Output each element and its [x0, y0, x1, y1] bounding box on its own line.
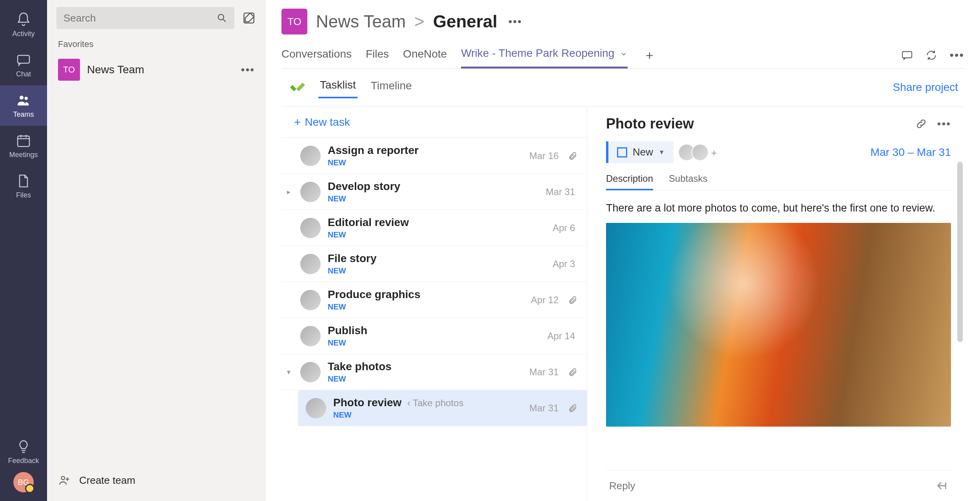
- breadcrumb-team[interactable]: News Team: [316, 12, 406, 31]
- task-date: Apr 3: [553, 259, 575, 269]
- wrike-tab-tasklist[interactable]: Tasklist: [318, 76, 358, 98]
- assignee-avatar: [691, 144, 709, 161]
- refresh-icon[interactable]: [925, 49, 938, 61]
- rail-label: Chat: [16, 70, 31, 78]
- rail-feedback[interactable]: Feedback: [0, 432, 47, 472]
- create-team-label: Create team: [79, 474, 135, 487]
- rail-label: Feedback: [8, 457, 39, 465]
- assignee-avatar: [300, 362, 321, 382]
- task-detail-pane: Photo review ••• New ▼ +: [587, 107, 964, 501]
- expand-caret-icon[interactable]: ▸: [287, 188, 290, 196]
- rail-activity[interactable]: Activity: [0, 5, 47, 45]
- task-item[interactable]: Assign a reporter NEW Mar 16: [281, 138, 587, 174]
- tab-files[interactable]: Files: [366, 43, 389, 67]
- task-date: Apr 14: [547, 331, 575, 342]
- user-avatar[interactable]: BG: [13, 472, 34, 492]
- breadcrumb-channel: General: [433, 12, 497, 31]
- file-icon: [16, 173, 31, 189]
- chevron-down-icon: ▼: [659, 149, 665, 156]
- conversation-icon[interactable]: [901, 49, 913, 61]
- task-status: NEW: [328, 302, 524, 311]
- task-item[interactable]: Produce graphics NEW Apr 12: [281, 282, 587, 318]
- task-item[interactable]: ▸ Develop story NEW Mar 31: [281, 174, 587, 210]
- search-box[interactable]: [56, 7, 234, 29]
- channel-more-icon[interactable]: •••: [508, 15, 522, 28]
- task-item[interactable]: Editorial review NEW Apr 6: [281, 210, 587, 246]
- task-status: NEW: [328, 374, 522, 383]
- search-icon: [216, 13, 227, 24]
- task-date: Mar 31: [529, 403, 559, 414]
- task-status: NEW: [328, 230, 546, 239]
- send-icon[interactable]: [935, 479, 948, 492]
- reply-input[interactable]: [609, 480, 935, 492]
- task-status: NEW: [328, 266, 546, 275]
- team-row[interactable]: TO News Team •••: [56, 55, 256, 85]
- header-badge: TO: [281, 9, 307, 34]
- reply-box[interactable]: [606, 470, 951, 501]
- svg-rect-0: [18, 55, 29, 63]
- main-area: TO News Team > General ••• Conversations…: [266, 0, 980, 501]
- calendar-icon: [16, 133, 31, 148]
- add-tab-button[interactable]: +: [646, 48, 653, 63]
- task-title: Publish: [328, 324, 540, 337]
- assignee-avatar: [300, 218, 321, 238]
- add-assignee-icon[interactable]: +: [711, 147, 722, 158]
- task-title: Assign a reporter: [328, 144, 522, 157]
- detail-more-icon[interactable]: •••: [937, 118, 951, 130]
- status-checkbox-icon: [617, 147, 627, 157]
- svg-rect-7: [902, 52, 912, 58]
- team-more-icon[interactable]: •••: [241, 63, 255, 76]
- link-icon[interactable]: [915, 118, 927, 130]
- tab-conversations[interactable]: Conversations: [281, 43, 352, 67]
- team-badge: TO: [58, 59, 80, 81]
- detail-tab-subtasks[interactable]: Subtasks: [669, 173, 708, 190]
- tab-wrike[interactable]: Wrike - Theme Park Reopening: [461, 42, 628, 69]
- assignee-avatar: [306, 398, 326, 418]
- tab-onenote[interactable]: OneNote: [403, 43, 447, 67]
- assignee-avatar: [300, 182, 321, 202]
- tab-more-icon[interactable]: •••: [949, 49, 964, 62]
- collapse-caret-icon[interactable]: ▾: [287, 368, 290, 376]
- rail-teams[interactable]: Teams: [0, 85, 47, 126]
- compose-icon[interactable]: [241, 11, 256, 25]
- detail-tab-description[interactable]: Description: [606, 173, 653, 190]
- team-name: News Team: [87, 63, 234, 76]
- create-team-button[interactable]: Create team: [56, 467, 256, 494]
- breadcrumb: TO News Team > General •••: [281, 9, 964, 34]
- task-date: Apr 6: [553, 222, 575, 233]
- task-item-selected[interactable]: Photo review ‹ Take photos NEW Mar 31: [298, 390, 587, 426]
- scrollbar-thumb[interactable]: [957, 162, 963, 342]
- rail-files[interactable]: Files: [0, 166, 47, 206]
- wrike-tab-timeline[interactable]: Timeline: [369, 77, 414, 98]
- app-rail: Activity Chat Teams Meetings Files Feedb…: [0, 0, 47, 501]
- svg-point-4: [218, 14, 224, 20]
- bell-icon: [16, 12, 31, 27]
- search-input[interactable]: [64, 12, 216, 24]
- task-item[interactable]: ▾ Take photos NEW Mar 31: [281, 354, 587, 390]
- share-project-button[interactable]: Share project: [893, 81, 958, 94]
- task-status: NEW: [328, 338, 540, 347]
- assignee-avatar: [300, 254, 321, 274]
- svg-point-6: [62, 476, 65, 480]
- task-date: Mar 16: [529, 150, 559, 161]
- rail-chat[interactable]: Chat: [0, 45, 47, 85]
- parent-hint: ‹ Take photos: [407, 398, 464, 408]
- task-status: NEW: [328, 158, 522, 167]
- status-dropdown[interactable]: New ▼: [606, 141, 673, 163]
- rail-label: Files: [16, 191, 31, 199]
- date-range[interactable]: Mar 30 – Mar 31: [871, 146, 951, 159]
- task-title: Editorial review: [328, 216, 546, 229]
- favorites-heading: Favorites: [58, 39, 255, 49]
- task-list: Assign a reporter NEW Mar 16 ▸ Develop s…: [281, 137, 587, 426]
- assignee-list[interactable]: +: [682, 144, 722, 161]
- task-item[interactable]: Publish NEW Apr 14: [281, 318, 587, 354]
- teams-icon: [16, 92, 31, 108]
- new-task-button[interactable]: + New task: [281, 107, 587, 137]
- task-title: File story: [328, 252, 546, 265]
- assignee-avatar: [300, 146, 321, 166]
- task-item[interactable]: File story NEW Apr 3: [281, 246, 587, 282]
- rail-meetings[interactable]: Meetings: [0, 126, 47, 166]
- lightbulb-icon: [16, 439, 31, 454]
- attached-image[interactable]: [606, 223, 951, 427]
- task-status: NEW: [328, 194, 539, 203]
